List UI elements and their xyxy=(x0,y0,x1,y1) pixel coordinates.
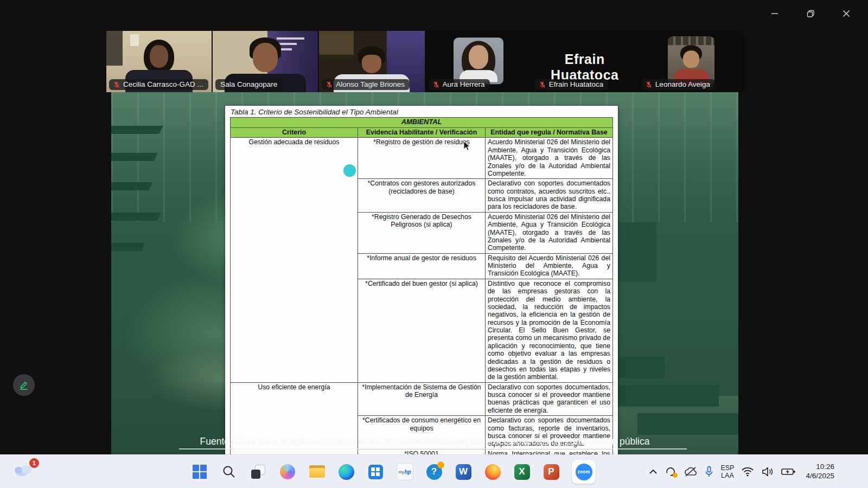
taskbar-icons: myhp ? W X P zoo xyxy=(191,459,596,485)
participant-name: Leonardo Aveiga xyxy=(655,80,710,88)
shared-screen-content: Tabla 1. Criterio de Sostenibilidad el T… xyxy=(111,92,738,454)
evidencia-cell: *Implementación de Sistema de Gestión de… xyxy=(358,382,486,416)
wifi-icon xyxy=(741,467,754,477)
evidencia-cell: *Contratos con gestores autorizados (rec… xyxy=(358,179,486,213)
volume-button[interactable] xyxy=(761,466,774,477)
participant-name: Alonso Tagle Briones xyxy=(336,80,405,88)
evidencia-cell: *Certificado del buen gestor (si aplica) xyxy=(358,279,486,382)
copilot-button[interactable] xyxy=(279,463,296,480)
microphone-icon xyxy=(705,466,713,478)
participant-name: Sala Conagopare xyxy=(220,80,277,88)
participant-avatar xyxy=(668,36,714,85)
entidad-cell: Declarativo con soportes documentados co… xyxy=(486,179,613,213)
evidencia-cell: *Registro Generado de Desechos Peligroso… xyxy=(358,212,486,253)
powerpoint-button[interactable]: P xyxy=(542,463,560,480)
notification-badge: 1 xyxy=(29,458,39,468)
video-tile-cecilia[interactable]: Cecilia Carrasco-GAD ... xyxy=(106,31,212,92)
sustainability-table: AMBIENTAL Criterio Evidencia Habilitante… xyxy=(230,117,613,454)
firefox-button[interactable] xyxy=(484,463,501,480)
table-section-header: AMBIENTAL xyxy=(231,118,613,128)
tray-time: 10:26 xyxy=(806,463,834,472)
participant-name: Efrain Huatatoca xyxy=(549,80,604,88)
edge-icon xyxy=(339,464,354,480)
table-header-row: Criterio Evidencia Habilitante / Verific… xyxy=(231,127,613,138)
windows-logo-icon xyxy=(193,465,207,479)
table-title: Tabla 1. Criterio de Sostenibilidad el T… xyxy=(231,108,613,116)
myhp-button[interactable]: myhp xyxy=(396,463,413,480)
edge-browser-button[interactable] xyxy=(337,463,355,480)
clock[interactable]: 10:26 4/6/2025 xyxy=(806,463,834,481)
word-letter: W xyxy=(459,466,468,477)
search-button[interactable] xyxy=(220,463,238,480)
video-tile-sala-conagopare[interactable]: Sala Conagopare xyxy=(213,31,318,92)
entidad-cell: Norma Internacional que establece los re… xyxy=(486,449,613,454)
muted-mic-icon xyxy=(645,81,653,88)
system-tray: ESP LAA xyxy=(649,455,834,488)
video-tile-aura[interactable]: Aura Herrera xyxy=(426,31,531,92)
wifi-button[interactable] xyxy=(741,467,754,477)
powerpoint-letter: P xyxy=(548,466,554,477)
tray-overflow-button[interactable] xyxy=(649,469,658,474)
task-view-button[interactable] xyxy=(250,463,267,480)
powerpoint-icon: P xyxy=(544,464,559,480)
evidencia-cell: *ISO 50001 xyxy=(358,449,486,454)
excel-letter: X xyxy=(519,466,525,477)
word-button[interactable]: W xyxy=(455,463,472,480)
col-header-criterio: Criterio xyxy=(231,127,358,138)
zoom-app-button-active[interactable]: zoom xyxy=(572,460,596,484)
page-edge-line xyxy=(179,448,687,450)
zoom-meeting-window: Cecilia Carrasco-GAD ... Sala Conagopare xyxy=(0,0,868,488)
firefox-icon xyxy=(485,464,501,480)
hp-support-button[interactable]: ? xyxy=(425,463,443,480)
language-indicator[interactable]: ESP LAA xyxy=(720,464,734,479)
col-header-evidencia: Evidencia Habilitante / Verificación xyxy=(358,127,486,138)
sync-status-button[interactable] xyxy=(665,466,676,478)
close-button[interactable] xyxy=(835,5,857,22)
minimize-icon xyxy=(771,10,778,17)
criterio-cell: Gestión adecuada de residuos xyxy=(231,138,358,382)
entidad-cell: Requisito del Acuerdo Ministerial 026 de… xyxy=(486,253,613,279)
col-header-entidad: Entidad que regula / Normativa Base xyxy=(486,127,613,138)
table-row: Uso eficiente de energía *Implementación… xyxy=(231,382,613,416)
participant-display-name: Efrain Huatatoca xyxy=(532,52,637,83)
excel-button[interactable]: X xyxy=(513,463,531,480)
table-row: Gestión adecuada de residuos *Registro d… xyxy=(231,138,613,179)
close-icon xyxy=(843,10,850,17)
muted-mic-icon xyxy=(326,81,333,88)
muted-mic-icon xyxy=(432,81,440,88)
window-controls xyxy=(764,5,857,22)
restore-icon xyxy=(807,10,815,18)
pencil-icon xyxy=(18,379,30,391)
video-tile-efrain[interactable]: Efrain Huatatoca Efrain Huatatoca xyxy=(532,31,637,92)
participant-name: Cecilia Carrasco-GAD ... xyxy=(123,80,203,88)
file-explorer-button[interactable] xyxy=(308,463,326,480)
participant-name-pill: Efrain Huatatoca xyxy=(535,79,609,90)
copilot-icon xyxy=(280,464,295,479)
microsoft-store-button[interactable] xyxy=(367,463,384,480)
chevron-up-icon xyxy=(649,469,658,474)
table-section-row: AMBIENTAL xyxy=(231,118,613,128)
language-code: ESP xyxy=(720,464,734,472)
source-note: Fuente: Guía para la aplicación de crite… xyxy=(111,436,738,447)
minimize-button[interactable] xyxy=(764,5,786,22)
widgets-button[interactable]: 1 xyxy=(13,461,37,483)
task-view-icon xyxy=(251,465,265,479)
participant-name-pill: Leonardo Aveiga xyxy=(641,79,715,90)
entidad-cell: Declarativo con soportes documentados, b… xyxy=(486,382,613,416)
zoom-icon: zoom xyxy=(576,464,592,480)
alert-dot xyxy=(437,461,444,468)
onedrive-status-button[interactable] xyxy=(684,466,698,477)
annotation-dot xyxy=(343,164,356,177)
participant-avatar xyxy=(454,37,503,84)
video-tile-leonardo[interactable]: Leonardo Aveiga xyxy=(639,31,744,92)
restore-button[interactable] xyxy=(800,5,821,22)
video-tile-alonso[interactable]: Alonso Tagle Briones xyxy=(319,31,424,92)
participant-name: Aura Herrera xyxy=(443,80,485,88)
tray-date: 4/6/2025 xyxy=(806,472,834,481)
battery-button[interactable] xyxy=(781,467,795,476)
keyboard-layout: LAA xyxy=(720,472,734,479)
microphone-in-use-button[interactable] xyxy=(705,466,713,478)
annotate-pencil-button[interactable] xyxy=(13,374,35,396)
question-mark-icon: ? xyxy=(426,464,442,480)
start-button[interactable] xyxy=(191,463,208,480)
